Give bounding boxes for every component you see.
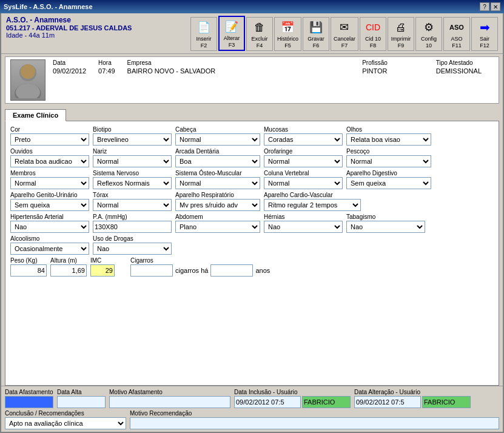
bottom-bar: Data Afastamento Data Alta Motivo Afasta… [1,386,503,432]
motivo-afastamento-input[interactable] [109,396,230,408]
hora-label: Hora [98,59,115,66]
motivo-afastamento-label: Motivo Afastamento [109,389,230,395]
toolbar-btn-inserir[interactable]: 📄 InserirF2 [190,17,217,51]
form-section: Cor PretoBrancoPardo Biotipo BrevelineoN… [10,126,494,277]
field-cigarros: Cigarros cigarros há anos [130,257,270,277]
alcoolismo-select[interactable]: OcasionalmenteNaoSim [10,243,89,255]
toolbar-btn-aso[interactable]: ASO ASOF11 [443,17,470,51]
bottom-row1: Data Afastamento Data Alta Motivo Afasta… [5,389,499,408]
coluna-select[interactable]: NormalAlterado [264,177,343,189]
detail-col-hora: Hora 07:49 [98,59,127,75]
field-coluna: Coluna Vertebral NormalAlterado [264,170,343,189]
aparelho-genito-select[interactable]: Sem queixaNormal [10,199,89,211]
hernias-select[interactable]: NaoSim [264,221,343,233]
field-sistema-nervoso: Sistema Nervoso Reflexos NormaisNormal [93,170,172,189]
tab-exame-clinico[interactable]: Exame Clínico [5,109,66,121]
toolbar-btn-excluir[interactable]: 🗑 ExcluirF4 [246,17,273,51]
biotipo-select[interactable]: BrevelineoNormolineo [93,133,172,146]
toolbar-btn-sair[interactable]: ➡ SairF12 [471,17,498,51]
sair-label: SairF12 [480,36,489,49]
nariz-select[interactable]: NormalAlterado [93,155,172,167]
peso-input[interactable] [10,264,47,277]
pescoco-select[interactable]: NormalAlterado [346,155,431,167]
toolbar: 📄 InserirF2 📝 AlterarF3 🗑 ExcluirF4 📅 Hi… [190,16,498,51]
data-inclusao-input[interactable] [234,396,301,408]
toolbar-btn-historico[interactable]: 📅 HistóricoF5 [274,17,301,51]
imprimir-label: ImprimirF9 [391,36,411,49]
toolbar-btn-gravar[interactable]: 💾 GravarF6 [303,17,329,51]
toolbar-btn-config[interactable]: ⚙ Config10 [415,17,442,51]
form-row-4: Aparelho Genito-Urinário Sem queixaNorma… [10,192,494,211]
title-bar: SysLife - A.S.O. - Anamnese ? ✕ [0,0,504,13]
data-alteracao-input[interactable] [354,396,421,408]
toolbar-btn-cancelar[interactable]: ✉ CancelarF7 [331,17,358,51]
uso-drogas-label: Uso de Drogas [93,235,172,242]
tabagismo-select[interactable]: NaoSim [346,221,425,233]
gravar-icon: 💾 [306,19,326,36]
cigarros-input[interactable] [130,264,173,277]
altura-input[interactable] [50,264,87,277]
abdomen-select[interactable]: PlanoGloboso [175,221,260,233]
svg-point-2 [21,64,35,79]
help-button[interactable]: ? [480,2,489,11]
anos-input[interactable] [210,264,253,277]
imc-input[interactable] [90,264,115,277]
ouvidos-select[interactable]: Relata boa audicaoNormal [10,155,89,167]
nariz-label: Nariz [93,148,172,155]
form-row-3: Membros NormalAlterado Sistema Nervoso R… [10,170,494,189]
field-orofaringe: Orofaringe NormalAlterado [264,148,343,167]
arcada-select[interactable]: BoaNormal [175,155,260,167]
motivo-recomendacao-input[interactable] [130,417,499,429]
hipertensao-select[interactable]: NaoSim [10,221,89,233]
pa-label: P.A. (mmHg) [93,213,172,220]
sistema-osteo-select[interactable]: NormalAlterado [175,177,260,189]
torax-select[interactable]: NormalAlterado [93,199,172,211]
olhos-select[interactable]: Relata boa visaoNormal [346,133,431,146]
patient-age: Idade - 44a 11m [6,32,132,39]
close-button[interactable]: ✕ [491,2,500,11]
imc-label: IMC [90,257,115,264]
sistema-nervoso-select[interactable]: Reflexos NormaisNormal [93,177,172,189]
patient-section: A.S.O. - Anamnese [6,16,132,24]
conclusao-select[interactable]: Apto na avaliação clínica Inapto Apto co… [5,417,126,429]
field-peso: Peso (Kg) [10,257,47,277]
field-torax: Tórax NormalAlterado [93,192,172,211]
field-tabagismo: Tabagismo NaoSim [346,213,425,233]
toolbar-btn-alterar[interactable]: 📝 AlterarF3 [218,16,245,51]
patient-code: 051.217 - ADERVAL DE JESUS CALDAS [6,24,132,32]
orofaringe-select[interactable]: NormalAlterado [264,155,343,167]
field-hernias: Hérnias NaoSim [264,213,343,233]
field-aparelho-resp: Aparelho Respiratório Mv pres s/ruido ad… [175,192,260,211]
cabeca-select[interactable]: NormalAlterado [175,133,260,146]
excluir-label: ExcluirF4 [251,36,267,49]
coluna-label: Coluna Vertebral [264,170,343,176]
data-alta-input[interactable] [57,396,106,408]
field-altura: Altura (m) [50,257,87,277]
aparelho-dig-label: Aparelho Digestivo [346,170,431,176]
aparelho-dig-select[interactable]: Sem queixaNormal [346,177,431,189]
field-membros: Membros NormalAlterado [10,170,89,189]
field-aparelho-dig: Aparelho Digestivo Sem queixaNormal [346,170,431,189]
title-bar-buttons: ? ✕ [480,2,500,11]
toolbar-btn-imprimir[interactable]: 🖨 ImprimirF9 [388,17,414,51]
data-afastamento-input[interactable] [5,396,53,408]
form-row-2: Ouvidos Relata boa audicaoNormal Nariz N… [10,148,494,167]
mucosas-select[interactable]: CoradasDescoradas [264,133,343,146]
aparelho-resp-select[interactable]: Mv pres s/ruido advNormal [175,199,260,211]
content-panel: Cor PretoBrancoPardo Biotipo BrevelineoN… [5,121,499,386]
data-afastamento-label: Data Afastamento [5,389,53,395]
uso-drogas-select[interactable]: NaoSim [93,243,172,255]
pa-input[interactable] [93,221,172,233]
svg-point-3 [16,84,40,98]
toolbar-btn-cid10[interactable]: CID Cid 10F8 [360,17,386,51]
altura-label: Altura (m) [50,257,87,264]
cabeca-label: Cabeça [175,126,260,133]
field-data-afastamento: Data Afastamento [5,389,53,408]
historico-label: HistóricoF5 [277,36,298,49]
field-ouvidos: Ouvidos Relata boa audicaoNormal [10,148,89,167]
membros-select[interactable]: NormalAlterado [10,177,89,189]
aparelho-cardio-select[interactable]: Ritmo regular 2 temposNormal [264,199,361,211]
cancelar-label: CancelarF7 [334,36,355,49]
cor-select[interactable]: PretoBrancoPardo [10,133,89,146]
bottom-row2: Conclusão / Recomendações Apto na avalia… [5,410,499,429]
